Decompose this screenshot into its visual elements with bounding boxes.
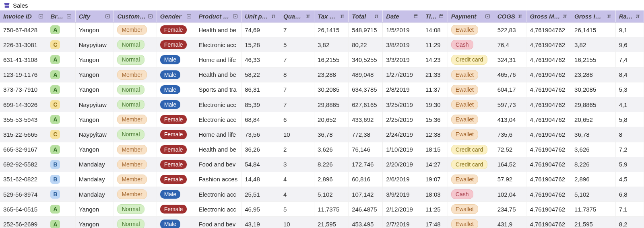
cell-city[interactable]: Yangon (75, 52, 114, 67)
cell-city[interactable]: Yangon (75, 217, 114, 228)
cell-gmp[interactable]: 4,761904762 (526, 142, 571, 157)
cell-branch[interactable]: A (47, 142, 75, 157)
cell-branch[interactable]: A (47, 67, 75, 82)
cell-uprice[interactable]: 86,31 (242, 82, 280, 97)
cell-tax[interactable]: 8,226 (314, 157, 349, 172)
cell-product[interactable]: Electronic acc (195, 37, 242, 52)
table-row[interactable]: 692-92-5582BMandalayMemberFemaleFood and… (0, 157, 644, 172)
cell-tax[interactable]: 11,7375 (314, 202, 349, 217)
column-header-cust[interactable]: Customer ty (114, 10, 157, 23)
column-header-gender[interactable]: Gender (157, 10, 195, 23)
cell-rating[interactable]: 4,1 (615, 97, 644, 112)
cell-cogs[interactable]: 604,17 (494, 82, 526, 97)
cell-date[interactable]: 1/27/2019 (383, 67, 422, 82)
cell-payment[interactable]: Ewallet (448, 82, 494, 97)
cell-product[interactable]: Sports and tra (195, 82, 242, 97)
cell-uprice[interactable]: 14,48 (242, 172, 280, 187)
cell-uprice[interactable]: 46,33 (242, 52, 280, 67)
cell-gender[interactable]: Female (157, 23, 195, 37)
cell-gender[interactable]: Male (157, 217, 195, 228)
cell-rating[interactable]: 8 (615, 127, 644, 142)
cell-total[interactable]: 453,495 (349, 217, 383, 228)
cell-city[interactable]: Mandalay (75, 187, 114, 202)
cell-tax[interactable]: 23,288 (314, 67, 349, 82)
cell-cust[interactable]: Member (114, 142, 157, 157)
cell-product[interactable]: Home and life (195, 127, 242, 142)
cell-invoice[interactable]: 351-62-0822 (0, 172, 47, 187)
column-header-uprice[interactable]: Unit price (242, 10, 280, 23)
cell-qty[interactable]: 5 (280, 37, 314, 52)
cell-product[interactable]: Home and life (195, 52, 242, 67)
cell-total[interactable]: 772,38 (349, 127, 383, 142)
cell-cust[interactable]: Member (114, 187, 157, 202)
cell-gi[interactable]: 5,102 (571, 187, 616, 202)
cell-product[interactable]: Food and bev (195, 217, 242, 228)
cell-gi[interactable]: 23,288 (571, 67, 616, 82)
cell-city[interactable]: Yangon (75, 142, 114, 157)
cell-rating[interactable]: 7,4 (615, 52, 644, 67)
cell-payment[interactable]: Ewallet (448, 23, 494, 37)
column-header-qty[interactable]: Quantity (280, 10, 314, 23)
cell-city[interactable]: Naypyitaw (75, 97, 114, 112)
cell-branch[interactable]: B (47, 157, 75, 172)
cell-invoice[interactable]: 252-56-2699 (0, 217, 47, 228)
cell-gmp[interactable]: 4,761904762 (526, 157, 571, 172)
cell-gi[interactable]: 11,7375 (571, 202, 616, 217)
cell-gmp[interactable]: 4,761904762 (526, 187, 571, 202)
cell-uprice[interactable]: 85,39 (242, 97, 280, 112)
cell-total[interactable]: 489,048 (349, 67, 383, 82)
cell-city[interactable]: Mandalay (75, 172, 114, 187)
table-row[interactable]: 226-31-3081CNaypyitawNormalFemaleElectro… (0, 37, 644, 52)
cell-product[interactable]: Health and be (195, 142, 242, 157)
column-header-total[interactable]: Total (349, 10, 383, 23)
cell-cust[interactable]: Normal (114, 202, 157, 217)
cell-gmp[interactable]: 4,761904762 (526, 23, 571, 37)
cell-cust[interactable]: Member (114, 67, 157, 82)
cell-cust[interactable]: Member (114, 23, 157, 37)
cell-uprice[interactable]: 54,84 (242, 157, 280, 172)
cell-total[interactable]: 60,816 (349, 172, 383, 187)
cell-city[interactable]: Mandalay (75, 157, 114, 172)
cell-rating[interactable]: 5,8 (615, 112, 644, 127)
cell-uprice[interactable]: 73,56 (242, 127, 280, 142)
cell-product[interactable]: Food and bev (195, 157, 242, 172)
cell-gender[interactable]: Female (157, 127, 195, 142)
cell-gmp[interactable]: 4,761904762 (526, 67, 571, 82)
table-row[interactable]: 315-22-5665CNaypyitawNormalFemaleHome an… (0, 127, 644, 142)
cell-time[interactable]: 11:25 (422, 202, 448, 217)
cell-cust[interactable]: Member (114, 172, 157, 187)
cell-payment[interactable]: Credit card (448, 142, 494, 157)
cell-gmp[interactable]: 4,761904762 (526, 82, 571, 97)
cell-date[interactable]: 2/8/2019 (383, 82, 422, 97)
cell-uprice[interactable]: 46,95 (242, 202, 280, 217)
column-header-tax[interactable]: Tax 5% (314, 10, 349, 23)
cell-city[interactable]: Yangon (75, 23, 114, 37)
cell-cogs[interactable]: 164,52 (494, 157, 526, 172)
cell-time[interactable]: 18:03 (422, 187, 448, 202)
cell-rating[interactable]: 5,9 (615, 157, 644, 172)
cell-branch[interactable]: C (47, 127, 75, 142)
cell-uprice[interactable]: 68,84 (242, 112, 280, 127)
cell-qty[interactable]: 4 (280, 172, 314, 187)
cell-qty[interactable]: 6 (280, 112, 314, 127)
cell-gi[interactable]: 16,2155 (571, 52, 616, 67)
cell-time[interactable]: 11:37 (422, 82, 448, 97)
cell-invoice[interactable]: 692-92-5582 (0, 157, 47, 172)
cell-rating[interactable]: 7,2 (615, 142, 644, 157)
cell-product[interactable]: Fashion acces (195, 172, 242, 187)
cell-cogs[interactable]: 76,4 (494, 37, 526, 52)
cell-qty[interactable]: 7 (280, 52, 314, 67)
cell-gmp[interactable]: 4,761904762 (526, 172, 571, 187)
cell-total[interactable]: 80,22 (349, 37, 383, 52)
table-row[interactable]: 631-41-3108AYangonNormalMaleHome and lif… (0, 52, 644, 67)
cell-time[interactable]: 15:36 (422, 112, 448, 127)
cell-branch[interactable]: B (47, 172, 75, 187)
cell-branch[interactable]: A (47, 202, 75, 217)
cell-rating[interactable]: 8,4 (615, 67, 644, 82)
cell-rating[interactable]: 6,8 (615, 187, 644, 202)
cell-date[interactable]: 3/8/2019 (383, 37, 422, 52)
cell-time[interactable]: 12:38 (422, 127, 448, 142)
sales-table[interactable]: Invoice IDBranchCityCustomer tyGenderPro… (0, 10, 644, 228)
cell-gi[interactable]: 20,652 (571, 112, 616, 127)
cell-gi[interactable]: 30,2085 (571, 82, 616, 97)
